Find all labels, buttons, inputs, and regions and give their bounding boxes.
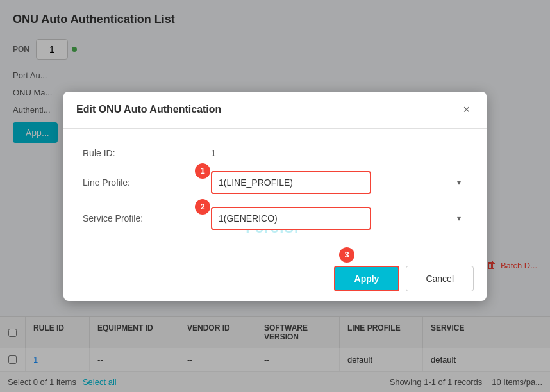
rule-id-value: 1 — [211, 148, 216, 158]
service-profile-row: 2 Service Profile: 1(GENERICO) ▾ — [83, 207, 467, 230]
step-1-badge: 1 — [195, 163, 210, 179]
service-profile-label: Service Profile: — [83, 213, 211, 224]
service-profile-arrow-icon: ▾ — [457, 214, 461, 223]
modal-title: Edit ONU Auto Authentication — [76, 104, 221, 115]
line-profile-select-wrapper: 1(LINE_PROFILE) ▾ — [211, 171, 467, 194]
step-3-badge: 3 — [339, 247, 354, 263]
modal-dialog: Edit ONU Auto Authentication × ForoISP R… — [63, 92, 487, 301]
modal-footer: 3 Apply Cancel — [63, 256, 487, 301]
modal-header: Edit ONU Auto Authentication × — [63, 92, 487, 129]
apply-button[interactable]: Apply — [334, 266, 400, 291]
modal-overlay: Edit ONU Auto Authentication × ForoISP R… — [0, 0, 550, 392]
modal-close-button[interactable]: × — [459, 102, 474, 118]
rule-id-row: Rule ID: 1 — [83, 148, 467, 158]
service-profile-select[interactable]: 1(GENERICO) — [211, 207, 371, 230]
modal-body: ForoISP Rule ID: 1 1 Line Profile: 1(LIN — [63, 129, 487, 256]
service-profile-select-wrapper: 1(GENERICO) ▾ — [211, 207, 467, 230]
rule-id-label: Rule ID: — [83, 148, 211, 158]
line-profile-label: Line Profile: — [83, 177, 211, 188]
cancel-button[interactable]: Cancel — [406, 266, 474, 291]
page-background: ONU Auto Authentication List PON 1 Port … — [0, 0, 550, 392]
line-profile-select[interactable]: 1(LINE_PROFILE) — [211, 171, 371, 194]
line-profile-arrow-icon: ▾ — [457, 178, 461, 187]
line-profile-row: 1 Line Profile: 1(LINE_PROFILE) ▾ — [83, 171, 467, 194]
step-2-badge: 2 — [195, 199, 210, 215]
